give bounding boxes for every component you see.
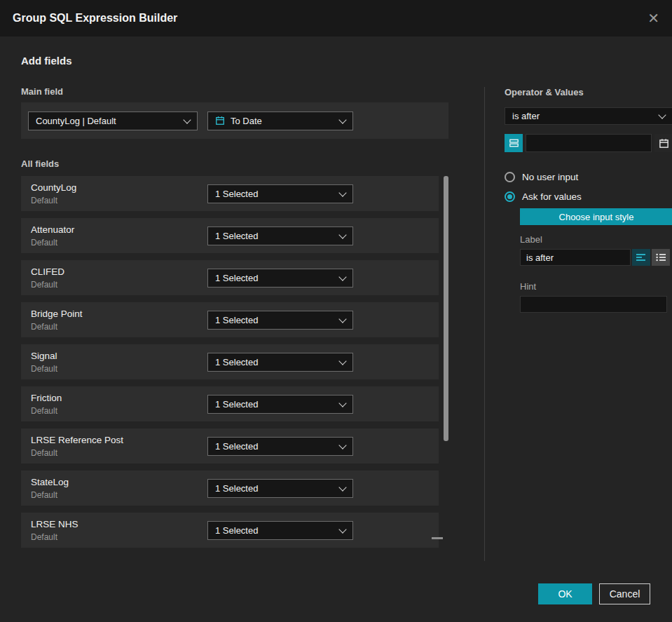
list-input-style-button[interactable] [652, 249, 670, 266]
operator-select-value: is after [512, 111, 540, 121]
ask-for-values-options: Choose input style Label [520, 208, 672, 313]
field-row: Attenuator Default 1 Selected [21, 218, 439, 253]
field-name: CLIFED [31, 266, 207, 277]
add-fields-section: Add fields Main field CountyLog | Defaul… [21, 55, 469, 555]
chevron-down-icon [338, 273, 346, 280]
field-selection-select[interactable]: 1 Selected [207, 353, 353, 372]
main-date-select[interactable]: To Date [207, 111, 353, 130]
radio-no-user-input[interactable]: No user input [505, 172, 672, 182]
field-type: Default [31, 490, 207, 500]
field-selection-select[interactable]: 1 Selected [207, 311, 353, 330]
calendar-button[interactable] [654, 134, 672, 152]
field-name: Bridge Point [31, 309, 207, 319]
field-selection-value: 1 Selected [215, 399, 258, 410]
main-field-select[interactable]: CountyLog | Default [28, 111, 198, 130]
all-fields-label: All fields [21, 158, 469, 169]
field-name: LRSE Reference Post [31, 435, 207, 445]
operator-values-section: Operator & Values is after [505, 55, 672, 313]
input-fields-icon [509, 138, 519, 148]
field-type: Default [31, 280, 207, 290]
main-field-panel: CountyLog | Default To Date [21, 102, 448, 139]
field-row: LRSE Reference Post Default 1 Selected [21, 428, 439, 464]
field-row: LRSE NHS Default 1 Selected [21, 513, 439, 548]
radio-selected-icon [505, 191, 515, 202]
chevron-down-icon [338, 231, 346, 238]
field-info: Friction Default [31, 393, 207, 416]
calendar-icon [659, 138, 669, 149]
field-name: Friction [31, 393, 207, 403]
field-type: Default [31, 406, 207, 416]
value-input[interactable] [526, 134, 652, 152]
field-selection-value: 1 Selected [215, 231, 258, 241]
dialog-footer: OK Cancel [538, 583, 650, 604]
radio-circle-icon [505, 172, 515, 182]
field-selection-value: 1 Selected [215, 483, 258, 494]
field-info: CLIFED Default [31, 266, 207, 290]
chevron-down-icon [338, 441, 346, 449]
field-selection-select[interactable]: 1 Selected [207, 521, 353, 540]
field-type: Default [31, 448, 207, 458]
single-line-input-icon [636, 253, 646, 262]
radio-ask-for-values[interactable]: Ask for values [505, 191, 672, 202]
chevron-down-icon [338, 357, 346, 365]
ok-button[interactable]: OK [538, 583, 592, 604]
chevron-down-icon [338, 189, 346, 196]
choose-input-style-button[interactable]: Choose input style [520, 208, 672, 225]
radio-ask-for-values-label: Ask for values [522, 191, 582, 202]
field-info: StateLog Default [31, 477, 207, 500]
chevron-down-icon [338, 116, 346, 123]
label-caption: Label [520, 234, 672, 245]
field-selection-select[interactable]: 1 Selected [207, 437, 353, 456]
field-info: LRSE Reference Post Default [31, 435, 207, 458]
field-name: StateLog [31, 477, 207, 487]
close-icon[interactable]: ✕ [647, 11, 659, 25]
field-selection-select[interactable]: 1 Selected [207, 184, 353, 203]
column-divider [484, 87, 485, 561]
field-row: CountyLog Default 1 Selected [21, 176, 439, 211]
field-row: CLIFED Default 1 Selected [21, 260, 439, 295]
list-input-icon [656, 253, 666, 262]
dialog-header: Group SQL Expression Builder ✕ [0, 0, 672, 36]
operator-values-heading: Operator & Values [505, 87, 672, 97]
field-selection-value: 1 Selected [215, 441, 258, 452]
field-selection-select[interactable]: 1 Selected [207, 227, 353, 245]
horizontal-scrollbar[interactable] [432, 537, 443, 539]
main-date-select-value: To Date [231, 116, 262, 126]
field-name: Attenuator [31, 224, 207, 235]
main-field-select-value: CountyLog | Default [36, 116, 116, 126]
field-info: Signal Default [31, 351, 207, 374]
field-selection-value: 1 Selected [215, 273, 258, 283]
field-row: Bridge Point Default 1 Selected [21, 302, 439, 337]
field-selection-select[interactable]: 1 Selected [207, 395, 353, 414]
label-row [520, 249, 672, 266]
input-style-toggle-button[interactable] [505, 134, 523, 152]
dialog-body: Add fields Main field CountyLog | Defaul… [0, 36, 672, 561]
field-selection-value: 1 Selected [215, 525, 258, 536]
dialog-title: Group SQL Expression Builder [13, 12, 177, 25]
field-name: Signal [31, 351, 207, 361]
field-selection-select[interactable]: 1 Selected [207, 479, 353, 498]
calendar-icon [215, 116, 225, 126]
field-type: Default [31, 238, 207, 248]
field-selection-select[interactable]: 1 Selected [207, 269, 353, 288]
main-field-label: Main field [21, 86, 469, 97]
single-line-input-style-button[interactable] [632, 249, 650, 266]
add-fields-heading: Add fields [21, 55, 469, 67]
hint-caption: Hint [520, 281, 672, 292]
vertical-scrollbar[interactable] [444, 176, 448, 441]
operator-select[interactable]: is after [505, 107, 672, 125]
field-selection-value: 1 Selected [215, 315, 258, 325]
field-name: LRSE NHS [31, 519, 207, 529]
field-selection-value: 1 Selected [215, 189, 258, 199]
field-selection-value: 1 Selected [215, 357, 258, 367]
chevron-down-icon [183, 116, 191, 123]
value-row [505, 134, 672, 152]
hint-input[interactable] [520, 296, 667, 313]
label-input[interactable] [520, 249, 631, 266]
field-info: CountyLog Default [31, 182, 207, 205]
field-info: Attenuator Default [31, 224, 207, 248]
cancel-button[interactable]: Cancel [599, 583, 650, 604]
chevron-down-icon [338, 399, 346, 407]
chevron-down-icon [338, 525, 346, 533]
field-row: Signal Default 1 Selected [21, 344, 439, 379]
